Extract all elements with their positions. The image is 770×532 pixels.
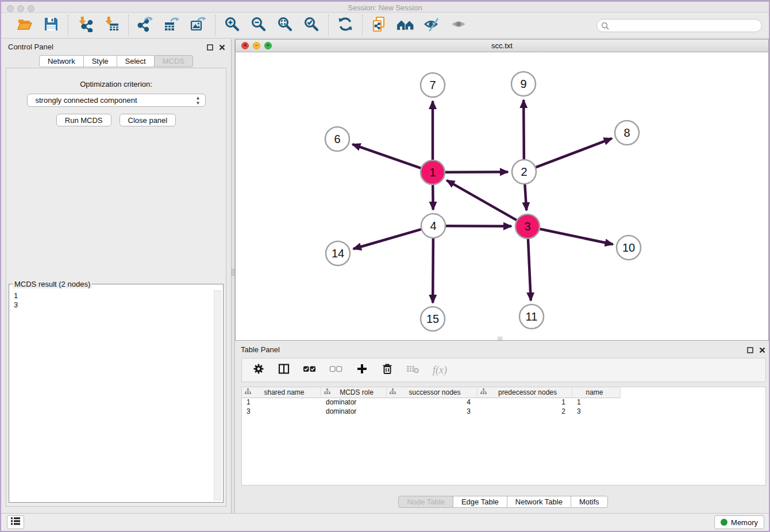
zoom-fit-button[interactable] xyxy=(276,17,294,34)
table-cell[interactable]: dominator xyxy=(321,407,387,417)
edge-1-6[interactable] xyxy=(352,144,421,168)
zoom-selected-icon xyxy=(303,16,319,34)
network-window-titlebar[interactable]: ✕ − + scc.txt xyxy=(236,40,768,52)
memory-button[interactable]: Memory xyxy=(714,515,764,529)
node-table[interactable]: shared nameMCDS rolesuccessor nodesprede… xyxy=(241,387,766,485)
delete-table-button[interactable] xyxy=(406,363,420,377)
import-network-button[interactable] xyxy=(76,17,94,34)
table-cell[interactable]: 2 xyxy=(478,407,572,417)
list-icon xyxy=(10,516,21,529)
first-neighbors-button[interactable] xyxy=(397,17,414,34)
column-header-shared-name[interactable]: shared name xyxy=(242,387,321,398)
task-history-button[interactable] xyxy=(7,515,24,529)
edge-4-15[interactable] xyxy=(433,238,433,303)
table-cell[interactable]: 1 xyxy=(478,398,572,407)
table-panel: Table Panel xyxy=(235,341,770,513)
add-column-button[interactable] xyxy=(356,363,368,377)
network-canvas[interactable]: 7968124314101511 xyxy=(236,52,768,340)
edge-2-9[interactable] xyxy=(523,100,524,159)
edge-4-3[interactable] xyxy=(446,226,511,226)
tab-mcds[interactable]: MCDS xyxy=(154,55,193,67)
refresh-button[interactable] xyxy=(337,17,354,34)
export-image-button[interactable] xyxy=(190,17,207,34)
node-label-3: 3 xyxy=(524,220,530,233)
zoom-in-button[interactable] xyxy=(224,17,241,34)
unchecked-boxes-icon xyxy=(329,363,343,377)
fx-icon: f(x) xyxy=(433,364,447,376)
zoom-selected-button[interactable] xyxy=(303,17,320,34)
table-cell[interactable]: 1 xyxy=(572,398,621,407)
column-header-MCDS-role[interactable]: MCDS role xyxy=(321,387,387,398)
tab-motifs[interactable]: Motifs xyxy=(571,496,608,508)
select-all-button[interactable] xyxy=(303,363,317,377)
result-scrollbar[interactable] xyxy=(214,290,221,500)
split-columns-icon xyxy=(278,363,290,377)
table-cell[interactable]: 3 xyxy=(572,407,621,417)
hierarchy-icon xyxy=(480,388,487,396)
edge-1-2[interactable] xyxy=(445,172,508,172)
split-view-button[interactable] xyxy=(278,363,290,377)
delete-column-button[interactable] xyxy=(381,363,394,377)
panel-splitter[interactable] xyxy=(231,39,235,513)
duplicate-network-button[interactable] xyxy=(371,17,388,34)
hide-selected-button[interactable] xyxy=(424,17,441,34)
edge-3-1[interactable] xyxy=(446,180,517,220)
tab-select[interactable]: Select xyxy=(117,55,155,67)
mcds-result-box: MCDS result (2 nodes) 13 xyxy=(9,284,224,503)
status-bar: Memory xyxy=(1,513,769,531)
edge-4-14[interactable] xyxy=(353,229,421,249)
tab-edge-table[interactable]: Edge Table xyxy=(453,496,507,508)
table-cell[interactable]: 3 xyxy=(242,407,321,417)
splitter-handle-icon[interactable] xyxy=(232,269,234,276)
column-header-name[interactable]: name xyxy=(572,387,621,398)
tab-style[interactable]: Style xyxy=(83,55,117,67)
table-cell[interactable]: 4 xyxy=(387,398,478,407)
column-header-successor-nodes[interactable]: successor nodes xyxy=(387,387,478,398)
edge-2-8[interactable] xyxy=(536,138,612,167)
show-all-button[interactable] xyxy=(450,17,467,34)
canvas-resize-handle[interactable] xyxy=(498,337,502,340)
app-title: Session: New Session xyxy=(1,3,769,12)
tab-network-table[interactable]: Network Table xyxy=(507,496,571,508)
export-network-button[interactable] xyxy=(137,17,154,34)
table-cell[interactable]: dominator xyxy=(321,398,387,407)
result-line: 3 xyxy=(14,300,223,310)
column-label: shared name xyxy=(251,388,321,396)
zoom-fit-icon xyxy=(277,16,293,34)
open-session-button[interactable] xyxy=(16,17,33,34)
memory-label: Memory xyxy=(731,518,758,527)
edge-3-10[interactable] xyxy=(540,229,613,245)
search-input[interactable] xyxy=(596,19,762,32)
control-panel: Control Panel NetworkStyleSelectMCDS Opt… xyxy=(1,39,231,513)
table-cell[interactable]: 1 xyxy=(242,398,321,407)
export-network-icon xyxy=(137,16,153,34)
table-settings-button[interactable] xyxy=(252,363,265,377)
run-mcds-button[interactable]: Run MCDS xyxy=(56,114,111,126)
function-builder-button[interactable]: f(x) xyxy=(433,364,447,376)
criterion-dropdown[interactable]: strongly connected component ▲▼ xyxy=(27,94,206,107)
close-panel-button[interactable]: Close panel xyxy=(120,114,176,126)
column-header-predecessor-nodes[interactable]: predecessor nodes xyxy=(478,387,572,398)
table-cell[interactable]: 3 xyxy=(387,407,478,417)
plus-icon xyxy=(356,363,368,377)
tab-network[interactable]: Network xyxy=(39,55,84,67)
edge-3-11[interactable] xyxy=(528,239,531,300)
tab-node-table[interactable]: Node Table xyxy=(398,496,453,508)
deselect-all-button[interactable] xyxy=(329,363,343,377)
close-panel-icon[interactable] xyxy=(219,43,225,53)
save-session-button[interactable] xyxy=(43,17,60,34)
edge-2-3[interactable] xyxy=(525,184,526,210)
table-row[interactable]: 1dominator411 xyxy=(242,398,765,407)
close-table-panel-icon[interactable] xyxy=(759,345,765,356)
import-table-button[interactable] xyxy=(103,17,120,34)
app-titlebar: Session: New Session xyxy=(1,0,769,13)
node-label-2: 2 xyxy=(521,165,527,178)
eye-icon xyxy=(451,16,467,34)
export-table-button[interactable] xyxy=(163,17,180,34)
zoom-out-button[interactable] xyxy=(250,17,267,34)
save-disk-icon xyxy=(43,16,59,34)
float-table-panel-icon[interactable] xyxy=(747,345,753,356)
network-graph[interactable]: 7968124314101511 xyxy=(236,52,768,340)
table-row[interactable]: 3dominator323 xyxy=(242,407,765,417)
float-panel-icon[interactable] xyxy=(207,43,213,53)
